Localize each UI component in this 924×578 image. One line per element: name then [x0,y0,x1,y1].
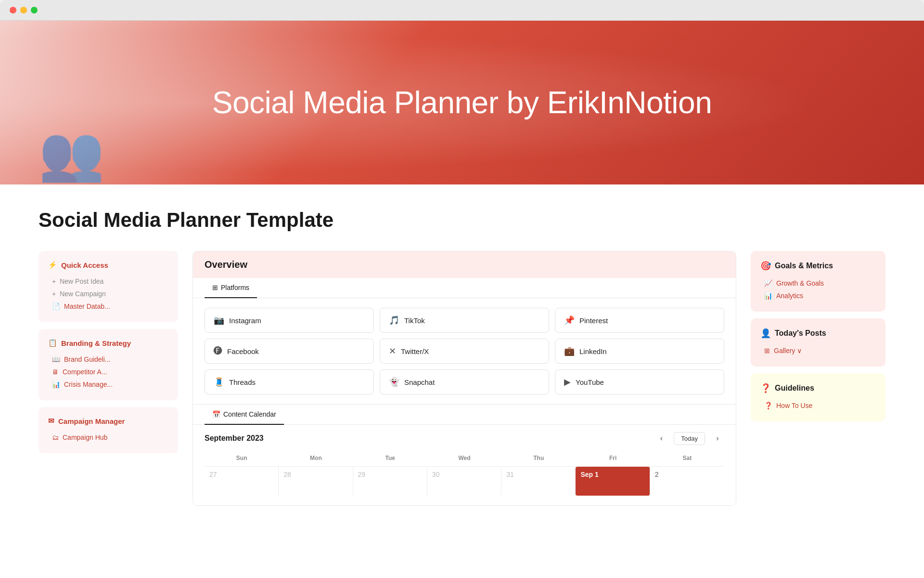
plus-icon: + [52,290,56,298]
branding-title: 📋 Branding & Strategy [48,339,168,347]
platform-youtube[interactable]: ▶ YouTube [555,369,724,394]
grid-icon: ⊞ [212,284,218,291]
snapchat-icon: 👻 [389,377,399,387]
right-sidebar: 🎯 Goals & Metrics 📈 Growth & Goals 📊 Ana… [751,251,886,421]
clipboard-icon: 📋 [48,339,57,347]
window-body: Social Media Planner by ErikInNotion 👥 S… [0,21,924,578]
close-button[interactable] [10,7,16,13]
hero-banner: Social Media Planner by ErikInNotion 👥 [0,21,924,184]
day-sun: Sun [205,452,279,464]
todays-posts-title: 👤 Today's Posts [760,328,876,339]
linkedin-icon: 💼 [564,346,575,356]
platform-linkedin[interactable]: 💼 LinkedIn [555,339,724,364]
day-tue: Tue [353,452,427,464]
day-fri: Fri [576,452,650,464]
gallery-grid-icon: ⊞ [764,347,770,355]
page-title: Social Media Planner Template [38,209,886,232]
platform-tiktok[interactable]: 🎵 TikTok [380,308,549,333]
overview-header: Overview [193,251,736,278]
calendar-next-button[interactable]: › [711,432,724,445]
platform-facebook[interactable]: 🅕 Facebook [205,339,374,364]
goals-metrics-title: 🎯 Goals & Metrics [760,261,876,271]
cal-cell-31[interactable]: 31 [501,467,576,496]
left-sidebar: ⚡ Quick Access + New Post Idea + New Cam… [38,251,178,453]
platforms-grid: 📷 Instagram 🎵 TikTok 📌 Pinterest 🅕 [193,298,736,404]
three-column-layout: ⚡ Quick Access + New Post Idea + New Cam… [38,251,886,506]
tab-platforms[interactable]: ⊞ Platforms [205,278,257,298]
youtube-icon: ▶ [564,377,571,387]
analytics-icon: 📊 [764,292,772,300]
cal-cell-27[interactable]: 27 [205,467,279,496]
question-icon: ❓ [760,383,771,394]
page-content: Social Media Planner Template ⚡ Quick Ac… [0,184,924,535]
fullscreen-button[interactable] [31,7,38,13]
calendar-month-year: September 2023 [205,434,264,443]
platform-threads[interactable]: 🧵 Threads [205,369,374,394]
how-to-use-item[interactable]: ❓ How To Use [760,399,876,412]
calendar-prev-button[interactable]: ‹ [654,432,668,445]
gallery-item[interactable]: ⊞ Gallery ∨ [760,344,876,357]
trending-up-icon: 📈 [764,279,772,287]
book-icon: 📖 [52,355,60,363]
todays-posts-section: 👤 Today's Posts ⊞ Gallery ∨ [751,318,886,367]
calendar-week-1: 27 28 29 30 [205,466,724,496]
guidelines-title: ❓ Guidelines [760,383,876,394]
plus-icon: + [52,277,56,285]
tiktok-icon: 🎵 [389,315,399,326]
day-mon: Mon [279,452,353,464]
platform-instagram[interactable]: 📷 Instagram [205,308,374,333]
person-icon: 👤 [760,328,771,339]
calendar-tab-icon: 📅 [212,410,220,418]
minimize-button[interactable] [20,7,27,13]
day-sat: Sat [650,452,724,464]
pinterest-icon: 📌 [564,315,575,326]
quick-access-section: ⚡ Quick Access + New Post Idea + New Cam… [38,251,178,322]
cal-cell-2[interactable]: 2 [650,467,724,496]
campaign-manager-section: ✉ Campaign Manager 🗂 Campaign Hub [38,407,178,453]
help-icon: ❓ [764,402,772,409]
calendar-grid: Sun Mon Tue Wed Thu Fri Sat 27 [193,452,736,505]
competitor-analysis-item[interactable]: 🖥 Competitor A... [48,366,168,378]
analytics-item[interactable]: 📊 Analytics [760,289,876,302]
brand-guidelines-item[interactable]: 📖 Brand Guideli... [48,353,168,366]
campaign-manager-title: ✉ Campaign Manager [48,417,168,425]
threads-icon: 🧵 [214,377,224,387]
mail-icon: ✉ [48,417,54,425]
target-icon: 🎯 [760,261,771,271]
instagram-icon: 📷 [214,315,224,326]
calendar-tabs: 📅 Content Calendar [193,405,736,425]
hero-title: Social Media Planner by ErikInNotion [212,85,712,120]
overview-card: Overview ⊞ Platforms 📷 Instagram [192,251,736,506]
facebook-icon: 🅕 [214,346,222,356]
crisis-management-item[interactable]: 📊 Crisis Manage... [48,378,168,391]
monitor-icon: 🖥 [52,368,59,376]
cal-cell-28[interactable]: 28 [279,467,353,496]
goals-metrics-section: 🎯 Goals & Metrics 📈 Growth & Goals 📊 Ana… [751,251,886,312]
overview-tabs: ⊞ Platforms [193,278,736,298]
calendar-today-button[interactable]: Today [674,432,705,445]
twitter-icon: ✕ [389,346,396,356]
platform-snapchat[interactable]: 👻 Snapchat [380,369,549,394]
new-post-idea-item[interactable]: + New Post Idea [48,275,168,288]
calendar-navigation: ‹ Today › [654,432,724,445]
new-campaign-item[interactable]: + New Campaign [48,288,168,300]
document-icon: 📄 [52,302,60,310]
day-wed: Wed [427,452,501,464]
quick-access-title: ⚡ Quick Access [48,261,168,269]
cal-cell-sep1[interactable]: Sep 1 [576,467,650,496]
guidelines-section: ❓ Guidelines ❓ How To Use [751,373,886,421]
cal-cell-30[interactable]: 30 [427,467,501,496]
branding-strategy-section: 📋 Branding & Strategy 📖 Brand Guideli...… [38,329,178,400]
platform-pinterest[interactable]: 📌 Pinterest [555,308,724,333]
hero-icon: 👥 [38,127,104,180]
tab-content-calendar[interactable]: 📅 Content Calendar [205,405,284,425]
window-chrome [0,0,924,21]
platform-twitter[interactable]: ✕ Twitter/X [380,339,549,364]
campaign-hub-item[interactable]: 🗂 Campaign Hub [48,431,168,444]
calendar-section: 📅 Content Calendar September 2023 ‹ Toda… [193,404,736,505]
cal-cell-29[interactable]: 29 [353,467,427,496]
growth-goals-item[interactable]: 📈 Growth & Goals [760,277,876,289]
chart-icon: 📊 [52,381,60,388]
master-database-item[interactable]: 📄 Master Datab... [48,300,168,313]
main-content: Overview ⊞ Platforms 📷 Instagram [192,251,736,506]
